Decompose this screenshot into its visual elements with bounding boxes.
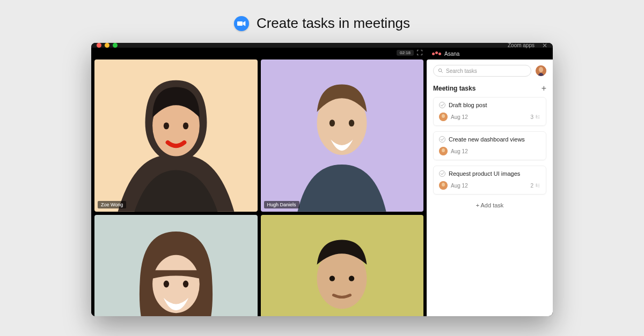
add-task-button[interactable]: + Add task [433,202,546,208]
svg-point-3 [183,122,188,129]
meeting-timer: 02:18 [397,50,414,56]
search-input[interactable]: Search tasks [433,65,531,77]
svg-point-31 [442,183,445,186]
task-card[interactable]: Request product UI images Aug 12 2 [433,166,546,195]
subtask-count: 3 [530,114,540,120]
task-card[interactable]: Create new dashboard views Aug 12 [433,131,546,160]
assignee-avatar [439,113,448,121]
task-title: Create new dashboard views [449,136,525,143]
window-controls[interactable] [97,43,118,48]
app-window: Zoom apps ✕ 02:18 [91,43,553,316]
side-panel: Asana Search tasks Meeting tasks + [427,48,553,316]
participant-name: Zoe Wong [98,201,126,208]
video-pane[interactable]: Jenny Forrest [94,215,258,316]
task-date: Aug 12 [451,148,468,154]
svg-point-12 [349,275,354,281]
svg-point-6 [349,120,354,126]
svg-point-5 [330,120,335,126]
assignee-avatar [439,181,448,190]
video-pane[interactable]: Zoe Wong [94,59,258,212]
user-avatar[interactable] [536,65,546,76]
svg-point-9 [183,280,188,287]
hero-title: Create tasks in meetings [257,15,410,32]
svg-rect-0 [237,21,243,26]
minimize-window-icon[interactable] [105,43,109,48]
complete-task-icon[interactable] [439,170,445,177]
panel-app-header: Asana [427,48,553,59]
add-section-icon[interactable]: + [541,84,546,93]
task-title: Request product UI images [449,170,520,177]
search-icon [438,68,443,73]
subtask-count: 2 [530,183,540,189]
task-date: Aug 12 [451,183,468,189]
svg-point-23 [438,69,442,72]
close-window-icon[interactable] [97,43,101,48]
task-date: Aug 12 [451,114,468,120]
section-title: Meeting tasks [433,85,475,92]
fullscreen-icon[interactable] [417,48,422,57]
task-card[interactable]: Draft blog post Aug 12 3 [433,97,546,126]
svg-point-27 [442,114,445,118]
svg-point-2 [164,122,169,129]
svg-point-8 [164,280,169,287]
video-pane[interactable]: Dave Jung [261,215,424,316]
svg-point-29 [442,148,445,152]
asana-logo-icon [432,53,441,55]
participant-figure [107,59,245,212]
video-area: 02:18 Zoe Wong [91,48,427,316]
participant-figure [273,215,411,316]
assignee-avatar [439,147,448,155]
subtask-icon [535,183,540,188]
titlebar-label: Zoom apps [508,43,535,48]
participant-figure [273,59,411,212]
complete-task-icon[interactable] [439,136,445,143]
zoom-logo-icon [234,16,249,31]
svg-point-11 [330,275,335,281]
search-placeholder: Search tasks [446,68,477,74]
panel-app-name: Asana [444,51,459,57]
maximize-window-icon[interactable] [113,43,118,48]
participant-name: Hugh Daniels [264,201,299,208]
close-panel-icon[interactable]: ✕ [542,43,547,49]
video-pane[interactable]: Hugh Daniels [261,59,424,212]
participant-figure [107,215,245,316]
hero-banner: Create tasks in meetings [0,15,644,32]
titlebar: Zoom apps ✕ [91,43,553,48]
task-title: Draft blog post [449,102,487,108]
svg-point-25 [539,67,543,72]
complete-task-icon[interactable] [439,102,445,108]
subtask-icon [535,114,540,120]
